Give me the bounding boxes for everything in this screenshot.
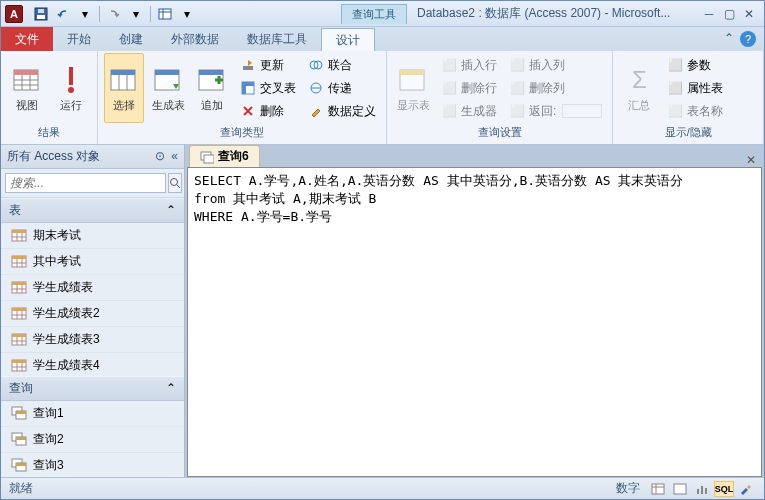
crosstab-button[interactable]: 交叉表 <box>236 78 300 99</box>
show-table-button[interactable]: 显示表 <box>393 53 433 123</box>
svg-rect-68 <box>16 437 26 440</box>
collapse-icon: ⌃ <box>166 203 176 217</box>
context-tab: 查询工具 <box>341 4 407 24</box>
nav-table-item[interactable]: 期末考试 <box>1 223 184 249</box>
close-tab-icon[interactable]: ✕ <box>738 153 764 167</box>
group-label: 结果 <box>7 123 91 142</box>
svg-rect-71 <box>16 463 26 466</box>
delete-rows-button[interactable]: ⬜删除行 <box>437 78 501 99</box>
nav-header[interactable]: 所有 Access 对象 ⊙ « <box>1 145 184 169</box>
design-view-icon[interactable] <box>736 481 756 497</box>
dropdown-icon[interactable]: ▾ <box>126 4 146 24</box>
table-icon[interactable] <box>155 4 175 24</box>
body-area: 所有 Access 对象 ⊙ « 表⌃ 期末考试其中考试学生成绩表学生成绩表2学… <box>1 145 764 477</box>
close-icon[interactable]: ✕ <box>740 6 758 22</box>
nav-dropdown-icon[interactable]: ⊙ <box>155 149 165 163</box>
tab-external-data[interactable]: 外部数据 <box>157 27 233 51</box>
table-icon <box>11 358 27 372</box>
redo-icon[interactable] <box>104 4 124 24</box>
nav-table-item[interactable]: 学生成绩表3 <box>1 327 184 353</box>
tab-design[interactable]: 设计 <box>321 28 375 52</box>
parameters-button[interactable]: ⬜参数 <box>663 55 727 76</box>
totals-button[interactable]: Σ 汇总 <box>619 53 659 123</box>
nav-section-queries[interactable]: 查询⌃ <box>1 376 184 401</box>
builder-button[interactable]: ⬜生成器 <box>437 101 501 122</box>
data-definition-button[interactable]: 数据定义 <box>304 101 380 122</box>
query-icon <box>11 458 27 472</box>
svg-rect-77 <box>674 484 686 494</box>
select-query-button[interactable]: 选择 <box>104 53 144 123</box>
group-label: 显示/隐藏 <box>619 123 757 142</box>
insert-columns-button[interactable]: ⬜插入列 <box>505 55 606 76</box>
group-results: 视图 运行 结果 <box>1 51 98 144</box>
svg-rect-54 <box>12 334 26 337</box>
insert-rows-button[interactable]: ⬜插入行 <box>437 55 501 76</box>
group-query-setup: 显示表 ⬜插入行 ⬜删除行 ⬜生成器 ⬜插入列 ⬜删除列 ⬜返回: 查询设置 <box>387 51 613 144</box>
view-button[interactable]: 视图 <box>7 53 47 123</box>
app-icon[interactable]: A <box>5 5 23 23</box>
ribbon-tabstrip: 文件 开始 创建 外部数据 数据库工具 设计 ⌃ ? <box>1 27 764 51</box>
nav-query-item[interactable]: 查询1 <box>1 401 184 427</box>
nav-query-item[interactable]: 查询3 <box>1 453 184 477</box>
nav-table-item[interactable]: 其中考试 <box>1 249 184 275</box>
sql-view-icon[interactable]: SQL <box>714 481 734 497</box>
nav-table-item[interactable]: 学生成绩表4 <box>1 353 184 376</box>
save-icon[interactable] <box>31 4 51 24</box>
query-tab[interactable]: 查询6 <box>189 145 260 167</box>
undo-icon[interactable] <box>53 4 73 24</box>
svg-rect-3 <box>159 9 171 19</box>
tab-home[interactable]: 开始 <box>53 27 105 51</box>
nav-table-item[interactable]: 学生成绩表2 <box>1 301 184 327</box>
property-sheet-button[interactable]: ⬜属性表 <box>663 78 727 99</box>
nav-table-item[interactable]: 学生成绩表 <box>1 275 184 301</box>
union-button[interactable]: 联合 <box>304 55 380 76</box>
delete-columns-button[interactable]: ⬜删除列 <box>505 78 606 99</box>
minimize-icon[interactable]: ─ <box>700 6 718 22</box>
file-tab[interactable]: 文件 <box>1 27 53 51</box>
run-button[interactable]: 运行 <box>51 53 91 123</box>
svg-rect-73 <box>204 155 214 163</box>
nav-query-item[interactable]: 查询2 <box>1 427 184 453</box>
update-button[interactable]: 更新 <box>236 55 300 76</box>
svg-rect-22 <box>243 66 253 70</box>
delete-button[interactable]: 删除 <box>236 101 300 122</box>
window-title: Database2 : 数据库 (Access 2007) - Microsof… <box>407 5 700 22</box>
svg-rect-39 <box>12 256 26 259</box>
search-icon[interactable] <box>168 173 182 193</box>
svg-rect-15 <box>111 70 135 75</box>
make-table-button[interactable]: 生成表 <box>148 53 188 123</box>
svg-rect-2 <box>38 9 44 13</box>
datasheet-view-icon[interactable] <box>648 481 668 497</box>
tab-create[interactable]: 创建 <box>105 27 157 51</box>
nav-section-tables[interactable]: 表⌃ <box>1 198 184 223</box>
table-names-button[interactable]: ⬜表名称 <box>663 101 727 122</box>
help-icon[interactable]: ? <box>740 31 756 47</box>
nav-collapse-icon[interactable]: « <box>171 149 178 163</box>
svg-rect-49 <box>12 308 26 311</box>
dropdown-icon[interactable]: ▾ <box>75 4 95 24</box>
chart-view-icon[interactable] <box>692 481 712 497</box>
maximize-icon[interactable]: ▢ <box>720 6 738 22</box>
svg-point-31 <box>171 178 178 185</box>
pivot-view-icon[interactable] <box>670 481 690 497</box>
search-input[interactable] <box>5 173 166 193</box>
sql-editor[interactable]: SELECT A.学号,A.姓名,A.英语分数 AS 其中英语分,B.英语分数 … <box>187 167 762 477</box>
query-icon <box>11 406 27 420</box>
collapse-icon: ⌃ <box>166 381 176 395</box>
navigation-pane: 所有 Access 对象 ⊙ « 表⌃ 期末考试其中考试学生成绩表学生成绩表2学… <box>1 145 185 477</box>
document-area: 查询6 ✕ SELECT A.学号,A.姓名,A.英语分数 AS 其中英语分,B… <box>185 145 764 477</box>
svg-rect-44 <box>12 282 26 285</box>
tab-database-tools[interactable]: 数据库工具 <box>233 27 321 51</box>
table-icon <box>11 306 27 320</box>
svg-line-32 <box>177 185 180 188</box>
passthrough-button[interactable]: 传递 <box>304 78 380 99</box>
group-show-hide: Σ 汇总 ⬜参数 ⬜属性表 ⬜表名称 显示/隐藏 <box>613 51 764 144</box>
group-label: 查询设置 <box>393 123 606 142</box>
table-icon <box>11 332 27 346</box>
return-button[interactable]: ⬜返回: <box>505 101 606 122</box>
qat-customize-icon[interactable]: ▾ <box>177 4 197 24</box>
ribbon-minimize-icon[interactable]: ⌃ <box>724 31 734 45</box>
svg-rect-74 <box>652 484 664 494</box>
append-button[interactable]: 追加 <box>192 53 232 123</box>
quick-access-toolbar: ▾ ▾ ▾ <box>27 4 201 24</box>
